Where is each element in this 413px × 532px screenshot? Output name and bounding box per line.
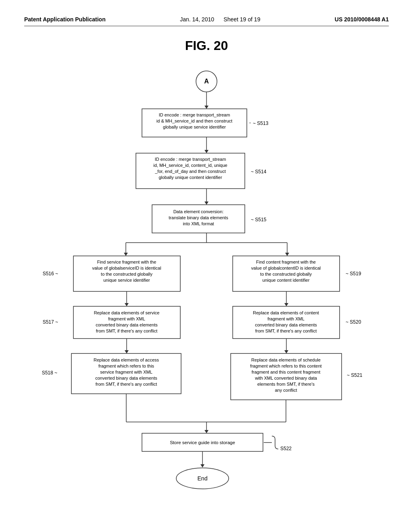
svg-text:fragment which refers to this : fragment which refers to this content [250,364,321,368]
svg-text:unique service identifier: unique service identifier [103,278,150,283]
svg-marker-44 [125,303,129,306]
svg-text:Find content fragment with the: Find content fragment with the [256,260,316,264]
svg-text:to the constructed globally: to the constructed globally [260,272,312,276]
svg-text:S517 ~: S517 ~ [43,319,58,325]
svg-text:translate binary data elements: translate binary data elements [169,215,228,220]
flowchart-svg: A ID encode : merge transport_stream id … [33,65,380,509]
figure-title: FIG. 20 [24,38,389,53]
svg-text:id, MH_service_id, content_id,: id, MH_service_id, content_id, unique [153,163,227,168]
header-date: Jan. 14, 2010 [180,16,214,23]
svg-text:~ S515: ~ S515 [251,217,267,222]
svg-text:from SMT, if there's any confl: from SMT, if there's any conflict [96,328,157,333]
svg-text:globally unique service identi: globally unique service identifier [163,125,226,129]
svg-marker-10 [204,150,209,153]
svg-text:ID encode : merge transport_st: ID encode : merge transport_stream [155,157,226,162]
patent-number: US 2010/0008448 A1 [335,16,389,23]
svg-text:fragment with XML: fragment with XML [267,316,305,321]
svg-marker-83 [204,430,209,433]
svg-marker-18 [204,202,209,205]
svg-text:converted binary data elements: converted binary data elements [95,376,157,380]
svg-text:value of globalserviceID is id: value of globalserviceID is identical [92,266,161,270]
svg-text:with XML converted binary data: with XML converted binary data [254,376,317,380]
page: Patent Application Publication Jan. 14, … [0,0,413,532]
flowchart-container: A ID encode : merge transport_stream id … [24,65,389,509]
svg-text:to the constructed globally: to the constructed globally [101,272,152,276]
svg-text:Data element conversion:: Data element conversion: [173,209,224,214]
svg-text:~ S521: ~ S521 [347,372,363,378]
svg-text:any conflict: any conflict [275,388,297,393]
svg-text:~ S514: ~ S514 [251,169,267,175]
page-header: Patent Application Publication Jan. 14, … [24,16,389,26]
svg-text:ID encode : merge transport_st: ID encode : merge transport_stream [159,112,230,117]
svg-text:converted binary data elements: converted binary data elements [96,322,158,327]
svg-text:fragment and this content frag: fragment and this content fragment [252,370,321,374]
svg-text:Replace data elements of servi: Replace data elements of service [94,310,160,315]
svg-text:~ S513: ~ S513 [253,121,269,126]
patent-publication-label: Patent Application Publication [24,16,106,23]
svg-text:S516 ~: S516 ~ [43,271,58,276]
header-left: Patent Application Publication [24,16,106,23]
svg-text:Replace data elements of sched: Replace data elements of schedule [251,357,321,362]
svg-marker-3 [204,106,209,109]
svg-text:~ S519: ~ S519 [346,271,361,276]
svg-text:_for, end_of_day and then cons: _for, end_of_day and then construct [154,169,226,174]
svg-text:value of globalcontentID is id: value of globalcontentID is identical [251,266,321,270]
svg-marker-27 [124,253,128,256]
svg-text:Find service fragment with the: Find service fragment with the [97,260,156,264]
svg-text:elements from SMT, if there's: elements from SMT, if there's [257,382,315,387]
svg-marker-89 [200,464,204,468]
svg-text:unique content identifier: unique content identifier [263,278,310,283]
svg-text:End: End [198,475,208,482]
svg-text:Replace data elements of acces: Replace data elements of access [94,357,159,362]
svg-text:from SMT, if there's any confl: from SMT, if there's any conflict [96,382,157,387]
header-right: US 2010/0008448 A1 [335,16,389,23]
header-sheet: Sheet 19 of 19 [223,16,260,23]
svg-marker-46 [284,303,288,306]
svg-text:Replace data elements of conte: Replace data elements of content [253,310,319,315]
svg-text:from SMT, if there's any confl: from SMT, if there's any conflict [255,328,317,333]
svg-text:into XML format: into XML format [183,221,214,226]
svg-text:Store service guide into stora: Store service guide into storage [170,440,235,445]
svg-marker-62 [284,350,288,353]
svg-text:converted binary data elements: converted binary data elements [255,322,317,327]
svg-marker-60 [125,350,129,353]
svg-marker-30 [285,253,289,256]
header-center: Jan. 14, 2010 Sheet 19 of 19 [180,16,260,23]
svg-text:fragment which refers to this: fragment which refers to this [98,364,154,368]
svg-text:id & MH_service_id and then co: id & MH_service_id and then construct [156,118,232,123]
svg-text:globally unique content identi: globally unique content identifier [159,175,222,180]
svg-text:~ S520: ~ S520 [346,319,361,325]
svg-text:service fragment with XML: service fragment with XML [100,370,152,374]
svg-text:S522: S522 [280,446,292,451]
svg-text:A: A [204,78,209,85]
svg-text:fragment with XML: fragment with XML [108,316,145,321]
svg-text:S518 ~: S518 ~ [42,370,57,376]
